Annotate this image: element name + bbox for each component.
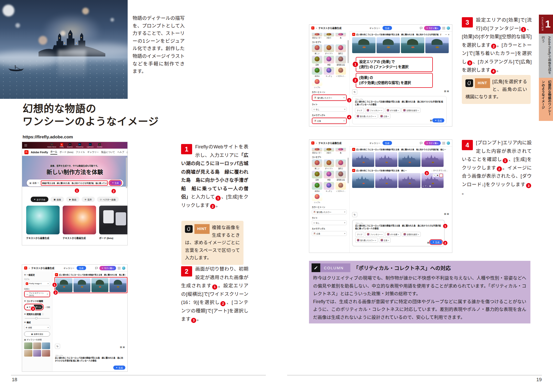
nav-gallery[interactable]: ギャラリー xyxy=(87,150,99,154)
style-thumb[interactable]: ノスタルジ… xyxy=(335,67,346,77)
firefly-logo[interactable]: Fi xyxy=(311,26,314,30)
app-acrobat[interactable]: AAcrobat xyxy=(97,143,102,148)
card-text-to-video[interactable]: テキストから動画生成 xyxy=(63,206,96,240)
style-thumb[interactable]: 木彫り xyxy=(324,33,334,39)
gallery-link[interactable]: ギャラリー xyxy=(369,141,380,145)
prompt-text[interactable]: 広い湖の向こうにヨーロッパ古城の廃墟が見える島 緑に覆われた島 島に向かう小さな… xyxy=(355,101,444,106)
firefly-logo[interactable]: Fi xyxy=(311,141,314,145)
similar-icon[interactable]: ▣ xyxy=(436,174,439,177)
view-options-icons[interactable]: ▦ ▣ xyxy=(444,90,449,92)
download-all-button[interactable]: ↓すべてダウンロード xyxy=(432,169,449,172)
style-thumb[interactable]: 神聖 xyxy=(324,171,334,181)
reference-thumb[interactable] xyxy=(33,342,41,349)
reference-thumb[interactable] xyxy=(42,350,50,357)
style-thumb[interactable]: シンプル xyxy=(312,193,322,204)
generated-image[interactable] xyxy=(421,152,444,167)
prompt-text[interactable]: 広い湖の向こうにヨーロッパ古城の廃墟が見える島 緑に覆われた島 島に向かう小さな… xyxy=(55,357,124,362)
muted-color-chip[interactable]: 落ち着いたカラー × xyxy=(355,114,378,119)
generate-tab[interactable]: 生成 xyxy=(382,26,392,30)
style-thumb[interactable]: ボヘミアン xyxy=(324,44,334,55)
app-photoshop[interactable]: PsPhotoshop xyxy=(76,143,83,148)
nav-about[interactable]: 製品について xyxy=(101,150,115,154)
view-options-icons[interactable]: ▦ ▣ xyxy=(120,346,125,348)
style-thumb[interactable]: 魚 xyxy=(335,33,346,39)
reference-thumb[interactable] xyxy=(33,350,41,357)
back-chevron-icon[interactable]: ‹ xyxy=(316,141,317,145)
image-icon[interactable]: ▣ xyxy=(430,119,432,122)
color-tone-select[interactable]: 落ち着いたカラー▾ xyxy=(312,209,347,214)
prompt-text[interactable]: 広い湖の向こうにヨーロッパ古城の廃墟が見える島 緑に覆われた島 島に向かう小さな… xyxy=(355,225,442,230)
generated-image[interactable] xyxy=(425,37,449,53)
clear-chip[interactable]: クリア xyxy=(355,108,364,113)
style-thumb[interactable]: ノスタルジ… xyxy=(335,182,346,192)
gallery-link[interactable]: ギャラリー xyxy=(63,266,74,270)
style-thumb[interactable]: 魚 xyxy=(335,148,346,154)
app-launcher-icon[interactable] xyxy=(24,144,27,147)
fantasy-chip[interactable]: ファンタジー × xyxy=(365,108,384,113)
generated-image[interactable] xyxy=(398,173,420,188)
download-icon[interactable]: ↓ xyxy=(439,174,443,177)
style-thumb[interactable]: 美しい xyxy=(312,44,322,55)
generated-image[interactable] xyxy=(55,278,72,292)
generate-tab[interactable]: 生成 xyxy=(77,266,86,270)
content-type-label[interactable]: コンテンツの種類 xyxy=(27,300,43,302)
visual-intensity-slider[interactable] xyxy=(25,318,50,319)
more-icon[interactable]: ⋯ xyxy=(445,33,447,36)
auto-option[interactable]: ○自動 xyxy=(45,306,50,308)
generated-image[interactable] xyxy=(375,173,397,188)
tab-image[interactable]: ▣画像 xyxy=(51,197,64,202)
style-thumb[interactable]: 豪華 xyxy=(312,56,322,66)
generate-tab[interactable]: 生成 xyxy=(382,141,392,145)
dreamy-chip[interactable]: 空想的な描写 × xyxy=(402,232,421,237)
style-thumb[interactable]: 超現実主義 xyxy=(335,171,346,181)
style-thumb[interactable]: 奇妙なバター xyxy=(312,148,322,154)
chat-icon[interactable] xyxy=(95,267,98,270)
generated-image[interactable] xyxy=(375,152,397,167)
chat-icon[interactable] xyxy=(420,27,423,30)
nav-files[interactable]: ファイル xyxy=(76,150,85,154)
app-firefly[interactable]: FiFirefly xyxy=(60,143,64,148)
prompt-input[interactable]: 廃墟が見える島 緑に覆われた島 島に向かう小さな手漕ぎ船 船に乗っている一人の僧… xyxy=(41,180,108,186)
generated-image[interactable] xyxy=(398,152,420,167)
add-image-button[interactable]: ▣画像を追加 xyxy=(24,331,50,337)
style-thumb[interactable]: 木彫り xyxy=(324,148,334,154)
reference-thumb[interactable] xyxy=(42,342,50,349)
style-thumb[interactable]: 豪華 xyxy=(312,171,322,181)
generate-button[interactable]: ✶生成 xyxy=(113,366,125,370)
camera-angle-select[interactable]: 広角▾ xyxy=(312,231,347,236)
aspect-ratio-select[interactable]: ▭ワイドスクリーン (16:9)▾ xyxy=(25,292,49,297)
firefly-logo[interactable]: Fi xyxy=(24,266,27,270)
generate-button[interactable]: ✶生成 xyxy=(109,181,121,185)
nav-home[interactable]: ホーム xyxy=(50,150,57,155)
firefly-logo[interactable]: Fi xyxy=(24,150,29,154)
style-thumb[interactable]: キッチュ xyxy=(324,67,334,77)
generate-button[interactable]: ✶生成 xyxy=(430,240,442,244)
reference-thumb[interactable] xyxy=(24,342,32,349)
buy-now-button[interactable]: ♕今すぐ購入 xyxy=(424,141,441,145)
media-type-select[interactable]: 画像 xyxy=(33,181,37,184)
style-thumb[interactable]: 未来派 xyxy=(312,182,322,192)
avatar[interactable] xyxy=(447,26,450,30)
edit-icon[interactable]: ✎ xyxy=(433,174,436,177)
nav-board[interactable]: ボード (Beta) xyxy=(60,150,73,154)
card-board-beta[interactable]: ボード (Beta) xyxy=(99,206,128,240)
sidebar-scrollbar[interactable] xyxy=(348,40,349,63)
dreamy-chip[interactable]: 空想的な描写 × xyxy=(401,108,420,113)
bokeh-chip[interactable]: ボケ効果 × xyxy=(385,232,401,237)
style-thumb[interactable]: 雑然さ xyxy=(335,44,346,55)
style-thumb[interactable]: 美しい xyxy=(312,159,322,170)
tab-audio[interactable]: ≋音声 xyxy=(81,197,95,202)
color-tone-select[interactable]: 落ち着いたカラー▾ xyxy=(313,95,346,100)
sidebar-scrollbar[interactable] xyxy=(348,158,349,183)
generated-image[interactable] xyxy=(352,173,374,188)
composition-label[interactable]: 構成 xyxy=(27,321,31,324)
style-thumb[interactable]: シンプル xyxy=(312,78,322,89)
rating-icons[interactable]: △▽↓▣ xyxy=(423,185,431,187)
tab-recommended[interactable]: ✶おすすめ xyxy=(31,197,48,202)
muted-color-chip[interactable]: 落ち着いたカラー × xyxy=(355,238,378,243)
wide-angle-chip[interactable]: 広角 × xyxy=(379,238,391,243)
fantasy-chip[interactable]: ファンタジー × xyxy=(365,232,384,237)
clear-chip[interactable]: クリア xyxy=(355,232,364,237)
app-express[interactable]: AExpress xyxy=(67,143,73,148)
app-lightroom[interactable]: LrLightroom xyxy=(87,143,94,148)
